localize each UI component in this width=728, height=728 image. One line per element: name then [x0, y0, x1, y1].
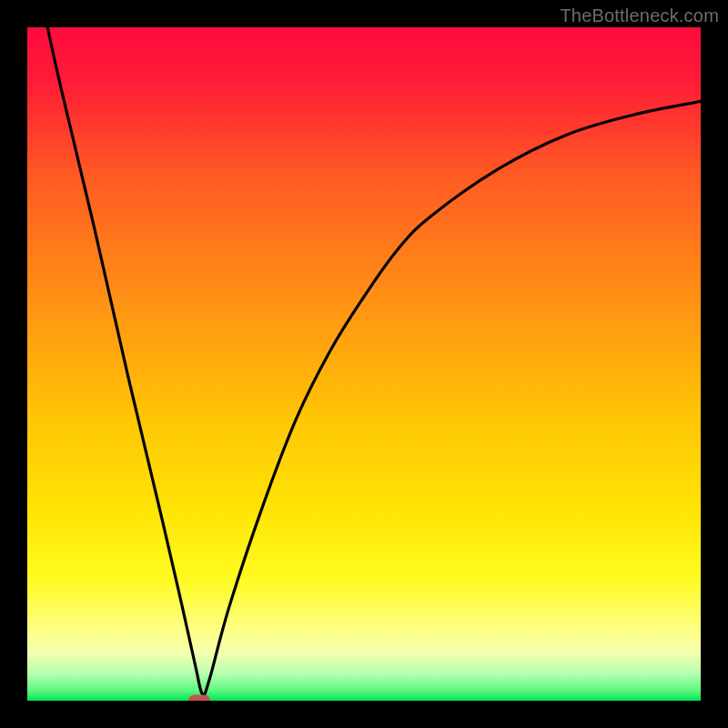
plot-area	[27, 27, 701, 701]
minimum-marker	[188, 695, 210, 702]
chart-frame: TheBottleneck.com	[0, 0, 728, 728]
watermark-text: TheBottleneck.com	[560, 5, 719, 26]
gradient-background	[27, 27, 701, 701]
plot-svg	[27, 27, 701, 701]
